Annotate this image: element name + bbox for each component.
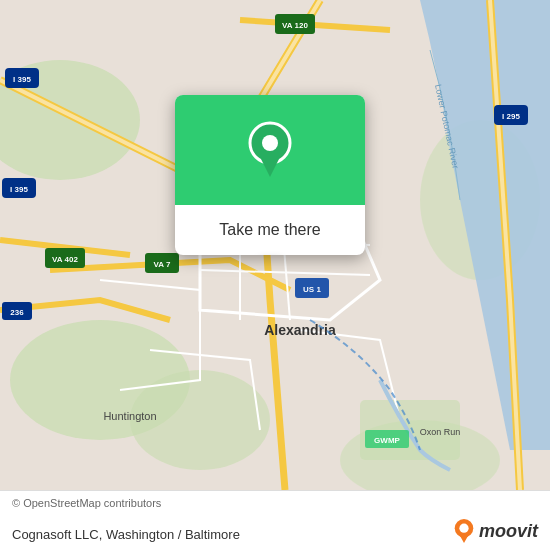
- moovit-pin-icon: [453, 518, 475, 544]
- svg-text:I 395: I 395: [10, 185, 28, 194]
- svg-text:I 395: I 395: [13, 75, 31, 84]
- map-container: Lower Potomac River: [0, 0, 550, 490]
- svg-text:236: 236: [10, 308, 24, 317]
- svg-text:Alexandria: Alexandria: [264, 322, 336, 338]
- svg-marker-30: [260, 157, 280, 177]
- popup-header: [175, 95, 365, 205]
- company-info: Cognasoft LLC, Washington / Baltimore: [12, 527, 240, 542]
- svg-text:VA 120: VA 120: [282, 21, 308, 30]
- moovit-logo: moovit: [453, 518, 538, 544]
- location-popup: Take me there: [175, 95, 365, 255]
- popup-button-area: Take me there: [175, 205, 365, 255]
- svg-text:VA 7: VA 7: [154, 260, 171, 269]
- svg-text:I 295: I 295: [502, 112, 520, 121]
- svg-text:US 1: US 1: [303, 285, 321, 294]
- svg-text:Huntington: Huntington: [103, 410, 156, 422]
- svg-text:Oxon Run: Oxon Run: [420, 427, 461, 437]
- svg-text:GWMP: GWMP: [374, 436, 400, 445]
- take-me-there-button[interactable]: Take me there: [191, 217, 349, 243]
- bottom-bar: © OpenStreetMap contributors Cognasoft L…: [0, 490, 550, 550]
- location-pin-icon: [246, 121, 294, 179]
- svg-point-34: [459, 524, 468, 533]
- svg-text:VA 402: VA 402: [52, 255, 78, 264]
- svg-marker-33: [459, 535, 468, 543]
- svg-point-31: [262, 135, 278, 151]
- moovit-brand-text: moovit: [479, 521, 538, 542]
